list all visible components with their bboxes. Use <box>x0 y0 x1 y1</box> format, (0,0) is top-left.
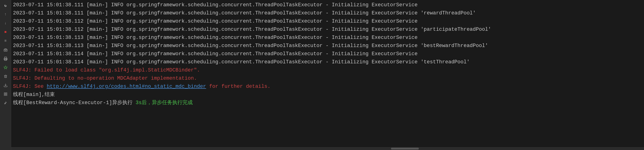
camera-icon[interactable] <box>2 46 9 54</box>
log-line: 2023-07-11 15:01:38.113 [main-] INFO org… <box>13 34 642 42</box>
async-complete-text: 3s后，异步任务执行完成 <box>136 100 193 106</box>
grid-icon[interactable] <box>2 90 9 98</box>
main-content: 2023-07-11 15:01:38.111 [main-] INFO org… <box>11 0 644 150</box>
log-line: 2023-07-11 15:01:38.111 [main-] INFO org… <box>13 1 642 9</box>
svg-rect-7 <box>4 94 5 96</box>
log-line: 2023-07-11 15:01:38.114 [main-] INFO org… <box>13 58 642 66</box>
arrow-down-icon[interactable]: ↓ <box>2 20 9 27</box>
horizontal-scrollbar[interactable] <box>11 147 644 150</box>
svg-rect-1 <box>4 57 6 58</box>
slf4j-error-line-2: SLF4J: Defaulting to no-operation MDCAda… <box>13 74 642 83</box>
log-line: 2023-07-11 15:01:38.112 [main-] INFO org… <box>13 17 642 25</box>
lines-icon[interactable]: ≡ <box>2 37 9 45</box>
slf4j-error-line-1: SLF4J: Failed to load class "org.slf4j.i… <box>13 66 642 74</box>
pin-icon[interactable] <box>2 99 9 107</box>
trash-icon[interactable] <box>2 73 9 80</box>
svg-rect-5 <box>4 93 5 94</box>
chinese-log-line-1: 线程[main],结束 <box>13 91 642 99</box>
log-line: 2023-07-11 15:01:38.112 [main-] INFO org… <box>13 25 642 34</box>
svg-rect-8 <box>6 94 7 96</box>
arrow-up-icon[interactable]: ↑ <box>2 11 9 18</box>
plugin-icon[interactable] <box>2 64 9 71</box>
slf4j-link-line: SLF4J: See http://www.slf4j.org/codes.ht… <box>13 83 642 91</box>
svg-rect-6 <box>6 93 7 94</box>
log-line: 2023-07-11 15:01:38.111 [main-] INFO org… <box>13 9 642 17</box>
sidebar: ↻ ↑ ↓ ■ ≡ <box>0 0 11 150</box>
chinese-log-line-2: 线程[BestReward-Async-Executor-1]异步执行 3s后，… <box>13 99 642 107</box>
log-line: 2023-07-11 15:01:38.114 [main-] INFO org… <box>13 50 642 58</box>
scrollbar-thumb[interactable] <box>391 148 419 149</box>
refresh-icon[interactable]: ↻ <box>2 2 9 9</box>
stop-icon[interactable]: ■ <box>2 28 9 36</box>
svg-point-0 <box>5 49 6 51</box>
svg-point-3 <box>6 59 7 59</box>
print-icon[interactable] <box>2 55 9 62</box>
log-line: 2023-07-11 15:01:38.113 [main-] INFO org… <box>13 42 642 50</box>
import-icon[interactable] <box>2 82 9 89</box>
console-output[interactable]: 2023-07-11 15:01:38.111 [main-] INFO org… <box>11 0 644 147</box>
slf4j-link[interactable]: http://www.slf4j.org/codes.html#no_stati… <box>47 84 206 90</box>
